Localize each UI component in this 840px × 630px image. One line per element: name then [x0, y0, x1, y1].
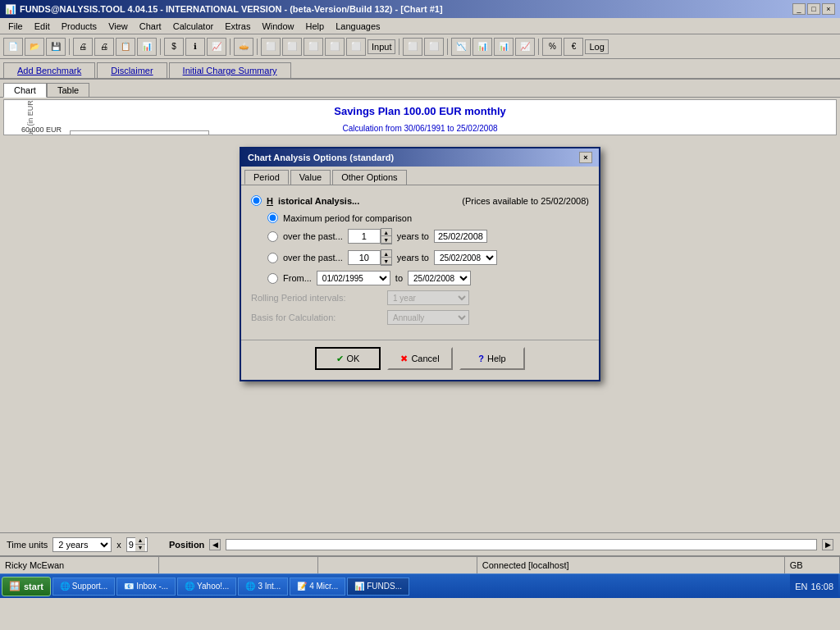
date1-display: 25/02/2008: [434, 230, 487, 243]
scroll-bar[interactable]: [226, 539, 817, 550]
tb-s2[interactable]: ⬜: [424, 38, 444, 56]
date10-select[interactable]: 25/02/2008: [434, 250, 497, 265]
tb-pie[interactable]: 🥧: [234, 38, 253, 56]
minimize-button[interactable]: _: [792, 3, 806, 15]
close-button[interactable]: ×: [822, 3, 835, 15]
menu-calculator[interactable]: Calculator: [168, 21, 219, 32]
dialog-tab-value[interactable]: Value: [290, 170, 331, 185]
tb-info[interactable]: ℹ: [185, 38, 205, 56]
tb-xls[interactable]: 📊: [137, 38, 157, 56]
tb-stack[interactable]: 📊: [494, 38, 514, 56]
radio-past10[interactable]: [267, 253, 278, 263]
rolling-period-row: Rolling Period intervals: 1 year: [251, 290, 589, 305]
content-tabs: Chart Table: [0, 80, 840, 98]
tb-c4[interactable]: ⬜: [325, 38, 345, 56]
spin-down-1[interactable]: ▼: [381, 236, 391, 244]
from-date-select[interactable]: 01/02/1995: [317, 271, 390, 285]
tb-bar[interactable]: 📊: [472, 38, 492, 56]
tb-pct[interactable]: %: [542, 38, 562, 56]
scroll-right-button[interactable]: ▶: [822, 539, 833, 550]
status-user: Ricky McEwan: [0, 557, 159, 573]
menu-edit[interactable]: Edit: [30, 21, 55, 32]
main-content: Savings Plan 100.00 EUR monthly 60,000 E…: [0, 98, 840, 532]
time-units-select[interactable]: 2 years 1 year 6 months: [52, 537, 112, 552]
radio-historical[interactable]: [251, 195, 262, 206]
toolbar: 📄 📂 💾 🖨 🖨 📋 📊 $ ℹ 📈 🥧 ⬜ ⬜ ⬜ ⬜ ⬜ Input ⬜ …: [0, 34, 840, 59]
tb-s1[interactable]: ⬜: [403, 38, 422, 56]
radio-max-period[interactable]: [267, 212, 278, 223]
dialog-close-button[interactable]: ×: [579, 152, 592, 163]
language-indicator: EN: [795, 582, 807, 591]
menu-languages[interactable]: Languages: [331, 21, 385, 32]
taskbar-item-yahoo[interactable]: 🌐 Yahoo!...: [177, 578, 236, 596]
taskbar-item-support[interactable]: 🌐 Support...: [52, 578, 115, 596]
spin-up-1[interactable]: ▲: [381, 229, 391, 236]
status-empty1: [159, 557, 318, 573]
status-bar: Ricky McEwan Connected [localhost] GB: [0, 555, 840, 573]
tab-chart[interactable]: Chart: [3, 83, 47, 98]
radio-from[interactable]: [267, 273, 278, 284]
position-label: Position: [169, 540, 204, 550]
menu-extras[interactable]: Extras: [220, 21, 255, 32]
cancel-button[interactable]: ✖ Cancel: [387, 347, 453, 370]
prices-info: (Prices available to 25/02/2008): [462, 196, 589, 206]
tab-table[interactable]: Table: [47, 83, 89, 97]
max-period-row: Maximum period for comparison: [267, 212, 589, 223]
tb-c2[interactable]: ⬜: [282, 38, 302, 56]
scroll-left-button[interactable]: ◀: [209, 539, 221, 550]
tb-print2[interactable]: 🖨: [94, 38, 114, 56]
tb-cur[interactable]: €: [564, 38, 583, 56]
radio-past1[interactable]: [267, 231, 278, 242]
status-empty2: [318, 557, 477, 573]
multiplier-spin-up[interactable]: ▲: [135, 537, 145, 545]
nav-charge-summary[interactable]: Initial Charge Summary: [169, 62, 291, 78]
tb-c3[interactable]: ⬜: [304, 38, 323, 56]
tb-c5[interactable]: ⬜: [346, 38, 366, 56]
tb-save[interactable]: 💾: [46, 38, 66, 56]
menu-chart[interactable]: Chart: [135, 21, 167, 32]
taskbar-item-ie[interactable]: 🌐 3 Int...: [238, 578, 288, 596]
nav-disclaimer[interactable]: Disclaimer: [97, 62, 167, 78]
tb-open[interactable]: 📂: [25, 38, 44, 56]
to-date-select[interactable]: 25/02/2008: [408, 271, 471, 285]
dialog-footer: ✔ OK ✖ Cancel ? Help: [241, 340, 599, 380]
ok-button[interactable]: ✔ OK: [315, 347, 381, 370]
years10-input[interactable]: [348, 250, 381, 265]
menu-window[interactable]: Window: [257, 21, 299, 32]
tb-new[interactable]: 📄: [3, 38, 23, 56]
taskbar-item-funds[interactable]: 📊 FUNDS...: [347, 578, 409, 596]
menu-file[interactable]: File: [3, 21, 28, 32]
help-button[interactable]: ? Help: [459, 347, 525, 370]
taskbar-item-word[interactable]: 📝 4 Micr...: [290, 578, 345, 596]
tb-input-label: Input: [368, 39, 395, 54]
tb-fund[interactable]: $: [164, 38, 184, 56]
menu-help[interactable]: Help: [301, 21, 330, 32]
multiplier-label: x: [116, 540, 121, 550]
tb-c1[interactable]: ⬜: [261, 38, 281, 56]
basis-calc-label: Basis for Calculation:: [251, 313, 382, 322]
tb-line[interactable]: 📉: [451, 38, 471, 56]
nav-add-benchmark[interactable]: Add Benchmark: [3, 62, 95, 78]
help-icon: ?: [478, 354, 484, 363]
title-bar: 📊 FUNDS@NALYSIS.TOOL 4.04.15 - INTERNATI…: [0, 0, 840, 18]
menu-view[interactable]: View: [103, 21, 133, 32]
restore-button[interactable]: □: [807, 3, 820, 15]
dialog-tab-period[interactable]: Period: [244, 170, 289, 185]
dialog-tab-other[interactable]: Other Options: [332, 170, 406, 185]
taskbar-item-inbox[interactable]: 📧 Inbox -...: [116, 578, 176, 596]
tb-area[interactable]: 📈: [515, 38, 535, 56]
years1-input[interactable]: [348, 229, 381, 244]
taskbar-icon-ie: 🌐: [245, 582, 255, 591]
menu-products[interactable]: Products: [57, 21, 102, 32]
tb-pdf[interactable]: 📋: [116, 38, 135, 56]
tb-chart[interactable]: 📈: [207, 38, 226, 56]
status-region: GB: [785, 557, 840, 573]
spin-down-10[interactable]: ▼: [381, 258, 391, 265]
spin-up-10[interactable]: ▲: [381, 250, 391, 258]
multiplier-spin-down[interactable]: ▼: [135, 545, 145, 552]
menu-bar: File Edit Products View Chart Calculator…: [0, 18, 840, 34]
start-button[interactable]: 🪟 start: [2, 577, 51, 596]
time-bar: Time units 2 years 1 year 6 months x 9 ▲…: [0, 532, 840, 555]
rolling-period-select: 1 year: [387, 290, 469, 305]
tb-print[interactable]: 🖨: [73, 38, 93, 56]
